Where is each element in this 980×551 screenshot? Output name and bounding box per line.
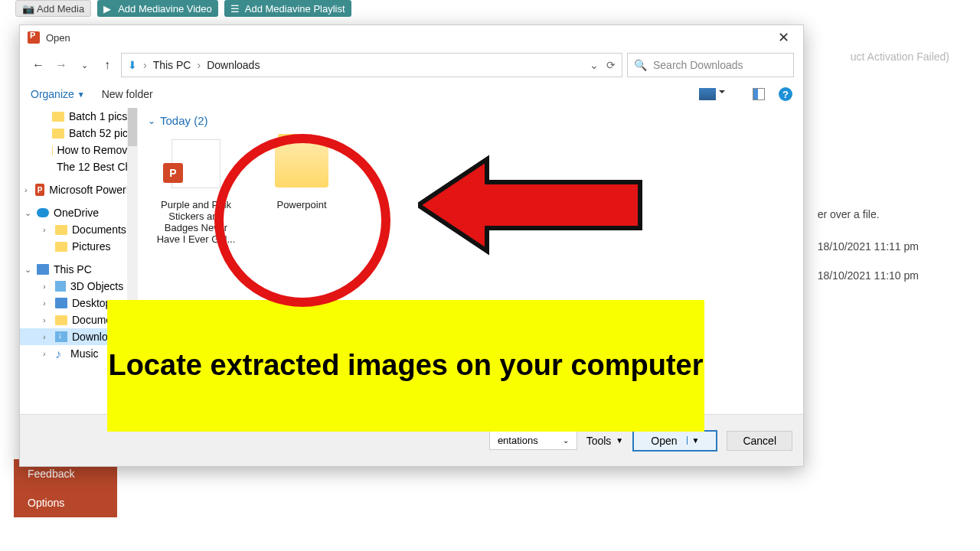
chevron-down-icon: ⌄: [148, 116, 155, 126]
powerpoint-icon: [28, 31, 40, 44]
chevron-down-icon: ▼: [616, 436, 623, 445]
music-icon: ♪: [55, 347, 66, 360]
tree-howto[interactable]: How to Remove: [20, 142, 138, 158]
group-today[interactable]: ⌄ Today (2): [148, 114, 794, 127]
recent-dropdown[interactable]: ⌄: [75, 56, 93, 74]
powerpoint-icon: P: [35, 184, 44, 196]
chevron-right-icon: ›: [43, 225, 51, 234]
help-icon[interactable]: ?: [779, 87, 792, 101]
annotation-callout: Locate extracted images on your computer: [107, 300, 704, 432]
tree-thispc[interactable]: ⌄This PC: [20, 261, 138, 278]
hover-hint: er over a file.: [818, 208, 919, 220]
filetype-select[interactable]: entations ⌄: [489, 431, 577, 450]
file-label: Powerpoint: [260, 199, 344, 210]
chevron-right-icon: ›: [43, 282, 51, 291]
chevron-down-icon: ⌄: [24, 208, 32, 218]
chevron-right-icon: ›: [43, 349, 51, 358]
chevron-down-icon: ⌄: [24, 265, 32, 275]
view-options-button[interactable]: [699, 88, 716, 100]
tree-batch52[interactable]: Batch 52 pics: [20, 125, 138, 142]
activation-text: uct Activation Failed): [851, 51, 949, 63]
svg-marker-0: [418, 159, 640, 251]
chevron-right-icon: ›: [43, 315, 51, 324]
back-button[interactable]: ←: [29, 56, 47, 74]
folder-icon: [52, 112, 64, 122]
tree-documents[interactable]: ›Documents: [20, 221, 138, 238]
chevron-right-icon: ›: [43, 298, 51, 308]
tree-onedrive[interactable]: ⌄OneDrive: [20, 204, 138, 221]
documents-icon: [55, 315, 67, 325]
downloads-icon: [55, 331, 67, 342]
app-sidebar: Feedback Options: [14, 459, 117, 517]
media-icon: 📷: [22, 3, 33, 14]
open-dropdown[interactable]: ▼: [687, 436, 700, 445]
annotation-arrow: [418, 152, 648, 259]
pc-icon: [37, 264, 49, 275]
organize-button[interactable]: Organize ▼: [31, 88, 85, 100]
open-button[interactable]: Open ▼: [632, 430, 717, 452]
file-label: Purple and Pink Stickers and Badges Neve…: [154, 199, 238, 245]
folder-icon: [275, 140, 328, 187]
chevron-right-icon: ›: [24, 185, 31, 194]
new-folder-button[interactable]: New folder: [102, 88, 153, 100]
sidebar-options[interactable]: Options: [14, 488, 117, 517]
history-dropdown[interactable]: ⌄: [590, 59, 599, 71]
folder-icon: [55, 242, 67, 252]
timestamp-1: 18/10/2021 11:11 pm: [818, 240, 919, 253]
address-bar[interactable]: ⬇ › This PC › Downloads ⌄ ⟳: [121, 53, 622, 77]
playlist-icon: ☰: [230, 3, 241, 14]
folder-icon: [52, 129, 64, 139]
down-arrow-icon: ⬇: [128, 59, 137, 71]
breadcrumb-thispc[interactable]: This PC: [153, 59, 191, 71]
addr-sep: ›: [143, 59, 147, 71]
search-icon: 🔍: [634, 59, 647, 71]
file-ppt[interactable]: P Purple and Pink Stickers and Badges Ne…: [154, 133, 238, 245]
close-icon[interactable]: ✕: [771, 25, 795, 50]
tree-3dobjects[interactable]: ›3D Objects: [20, 278, 138, 295]
onedrive-icon: [37, 208, 49, 217]
objects3d-icon: [55, 281, 66, 292]
up-button[interactable]: ↑: [98, 56, 116, 74]
tree-mspp[interactable]: ›PMicrosoft PowerP: [20, 181, 138, 198]
tools-button[interactable]: Tools ▼: [586, 435, 624, 447]
timestamp-2: 18/10/2021 11:10 pm: [818, 269, 919, 282]
refresh-button[interactable]: ⟳: [606, 59, 616, 71]
folder-icon: [55, 225, 67, 235]
add-media-button[interactable]: 📷 Add Media: [15, 0, 91, 17]
folder-powerpoint[interactable]: Powerpoint: [260, 133, 344, 245]
chevron-right-icon: ›: [43, 332, 51, 341]
breadcrumb-downloads[interactable]: Downloads: [207, 59, 260, 71]
search-input[interactable]: 🔍 Search Downloads: [627, 53, 794, 77]
chevron-down-icon: ⌄: [563, 436, 569, 445]
forward-button[interactable]: →: [52, 56, 70, 74]
add-playlist-button[interactable]: ☰ Add Mediavine Playlist: [224, 0, 351, 17]
tree-batch1[interactable]: Batch 1 pics: [20, 108, 138, 125]
dialog-title: Open: [46, 32, 771, 44]
preview-pane-button[interactable]: [753, 88, 765, 100]
tree-pictures[interactable]: Pictures: [20, 238, 138, 255]
powerpoint-icon: P: [163, 163, 183, 183]
cancel-button[interactable]: Cancel: [727, 431, 792, 451]
chevron-down-icon: ▼: [77, 90, 85, 99]
add-video-button[interactable]: ▶ Add Mediavine Video: [97, 0, 218, 17]
addr-sep: ›: [197, 59, 201, 71]
tree-best[interactable]: The 12 Best Chal: [20, 158, 138, 175]
desktop-icon: [55, 298, 67, 308]
play-icon: ▶: [103, 3, 114, 14]
